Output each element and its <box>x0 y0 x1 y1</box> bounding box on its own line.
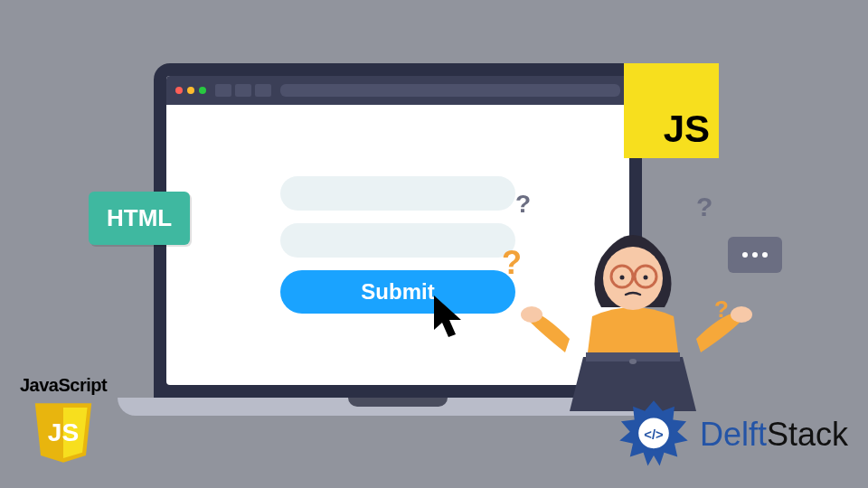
svg-point-0 <box>521 306 542 323</box>
nav-refresh-icon <box>255 84 271 97</box>
svg-point-6 <box>620 276 625 280</box>
nav-back-icon <box>215 84 231 97</box>
delftstack-label: DelftStack <box>700 416 848 454</box>
html-badge: HTML <box>89 192 190 245</box>
svg-point-7 <box>644 276 648 280</box>
javascript-logo: JavaScript JS <box>20 375 107 472</box>
js-badge: JS <box>624 63 719 158</box>
laptop-hinge <box>348 398 448 407</box>
url-bar <box>280 84 620 97</box>
window-minimize-icon <box>187 87 194 94</box>
javascript-label: JavaScript <box>20 375 107 396</box>
delftstack-emblem-icon: </> <box>617 398 691 472</box>
svg-point-9 <box>629 359 637 364</box>
js-shield-icon: JS <box>28 398 99 468</box>
svg-point-1 <box>731 306 752 323</box>
text-input[interactable] <box>280 223 515 258</box>
browser-titlebar <box>166 76 629 105</box>
svg-text:</>: </> <box>644 427 664 442</box>
submit-button[interactable]: Submit <box>280 270 515 314</box>
text-input[interactable] <box>280 176 515 211</box>
svg-text:JS: JS <box>48 418 79 446</box>
window-maximize-icon <box>199 87 206 94</box>
delftstack-logo: </> DelftStack <box>617 398 848 472</box>
window-close-icon <box>175 87 183 94</box>
nav-forward-icon <box>235 84 251 97</box>
